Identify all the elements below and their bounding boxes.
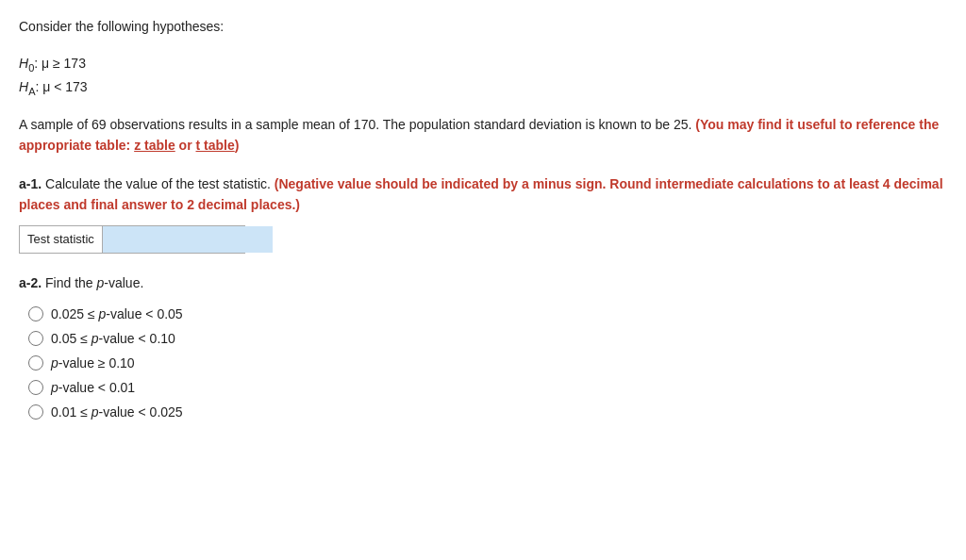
a1-label: a-1. xyxy=(19,176,42,191)
a2-section: a-2. Find the p-value. 0.025 ≤ p-value <… xyxy=(19,272,947,420)
p-value-label-3: p-value ≥ 0.10 xyxy=(51,355,135,371)
z-table-link[interactable]: z table xyxy=(134,138,175,153)
test-statistic-input[interactable] xyxy=(103,226,273,253)
test-statistic-row: Test statistic xyxy=(19,225,245,254)
ha-line: HA: μ < 173 xyxy=(19,76,947,100)
p-value-option-4[interactable]: p-value < 0.01 xyxy=(28,380,947,395)
intro-text: Consider the following hypotheses: xyxy=(19,19,224,34)
p-value-option-1[interactable]: 0.025 ≤ p-value < 0.05 xyxy=(28,306,947,321)
p-value-label-4: p-value < 0.01 xyxy=(51,380,135,395)
p-value-label-1: 0.025 ≤ p-value < 0.05 xyxy=(51,306,183,321)
p-value-option-2[interactable]: 0.05 ≤ p-value < 0.10 xyxy=(28,331,947,346)
ha-label: HA: μ < 173 xyxy=(19,79,88,94)
p-value-radio-5[interactable] xyxy=(28,404,43,420)
p-value-options: 0.025 ≤ p-value < 0.05 0.05 ≤ p-value < … xyxy=(28,306,947,420)
hypotheses-section: H0: μ ≥ 173 HA: μ < 173 xyxy=(19,53,947,101)
a2-text-before: Find the p-value. xyxy=(45,275,143,290)
h0-line: H0: μ ≥ 173 xyxy=(19,53,947,76)
a1-title: a-1. Calculate the value of the test sta… xyxy=(19,173,947,216)
p-value-option-5[interactable]: 0.01 ≤ p-value < 0.025 xyxy=(28,404,947,420)
a2-label: a-2. xyxy=(19,275,42,290)
sample-normal-text: A sample of 69 observations results in a… xyxy=(19,117,695,132)
p-value-option-3[interactable]: p-value ≥ 0.10 xyxy=(28,355,947,371)
a2-title: a-2. Find the p-value. xyxy=(19,272,947,293)
a1-section: a-1. Calculate the value of the test sta… xyxy=(19,173,947,254)
a1-text: Calculate the value of the test statisti… xyxy=(45,176,275,191)
test-statistic-label: Test statistic xyxy=(20,226,103,253)
p-value-radio-4[interactable] xyxy=(28,380,43,395)
p-value-radio-2[interactable] xyxy=(28,331,43,346)
p-value-radio-1[interactable] xyxy=(28,306,43,321)
p-value-radio-3[interactable] xyxy=(28,355,43,371)
intro-section: Consider the following hypotheses: xyxy=(19,19,947,34)
h0-label: H0: μ ≥ 173 xyxy=(19,56,86,71)
p-value-label-5: 0.01 ≤ p-value < 0.025 xyxy=(51,404,183,420)
p-value-label-2: 0.05 ≤ p-value < 0.10 xyxy=(51,331,175,346)
t-table-link[interactable]: t table xyxy=(196,138,235,153)
sample-description: A sample of 69 observations results in a… xyxy=(19,114,947,156)
